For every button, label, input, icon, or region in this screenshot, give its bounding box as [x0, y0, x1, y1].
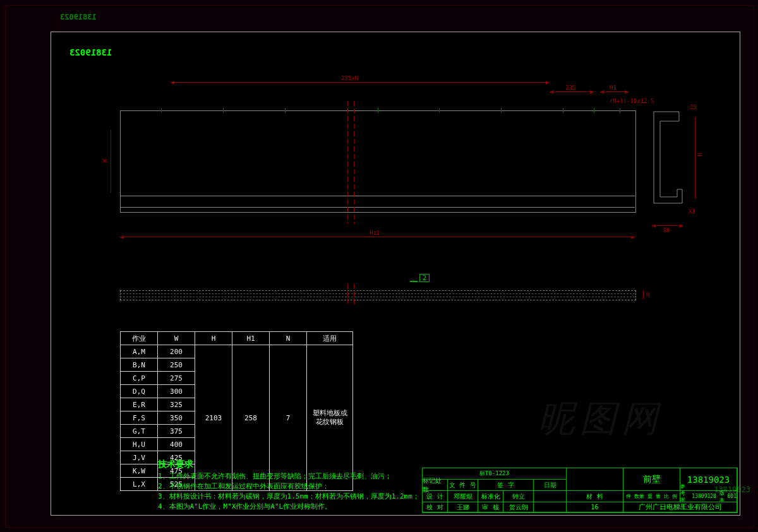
tb-spacer [566, 468, 623, 491]
tb-hdr-file: 文 件 号 [447, 479, 478, 491]
table-header-row: 作业 W H H1 N 适用 [121, 332, 353, 345]
th-apply: 适用 [307, 332, 353, 345]
dim-label-25: 25 [690, 104, 697, 110]
dim-hz1 [120, 237, 635, 238]
tb-hdr-date: 日期 [533, 479, 567, 491]
tb-qty: 件 数量 重 量 比 例 [623, 490, 680, 502]
dim-label-side-h: H [697, 153, 703, 156]
th-n: N [270, 332, 307, 345]
tb-des-lbl: 设 计 [422, 490, 448, 502]
tb-hdr-sign: 签 字 [478, 479, 534, 491]
tb-chk-lbl: 校 对 [422, 502, 448, 512]
side-profile [651, 109, 685, 215]
th-w: W [158, 332, 195, 345]
tech-item: 4、本图为A"L作业，M"X作业分别与A"L作业对称制作。 [158, 502, 419, 512]
dim-label-formula: (N+1)-10x12.5 [610, 98, 654, 104]
tb-aud-name: 贺云朗 [503, 502, 534, 512]
tb-empty [533, 490, 567, 502]
dim-235 [550, 92, 594, 93]
dim-label-h1: H1 [610, 85, 617, 91]
section-break-2 [354, 284, 354, 306]
dim-label-bar-h: H [646, 292, 649, 298]
tech-item: 1、工件外表面不允许有划伤、扭曲变形等缺陷；完工后须去尽毛刺、油污； [158, 471, 419, 482]
technical-requirements: 技术要求 1、工件外表面不允许有划伤、扭曲变形等缺陷；完工后须去尽毛刺、油污； … [158, 458, 419, 512]
dim-label-x1: X1 [689, 208, 695, 215]
drawing-number-corner: 13819023 [69, 47, 112, 57]
ghost-dwgnum-topleft: 13819023 [60, 13, 97, 21]
th-h1: H1 [232, 332, 270, 345]
dim-h1-top [600, 92, 629, 93]
tb-company: 广州广日电梯工业有限公司 [623, 502, 737, 512]
front-view-inner-lines [120, 196, 635, 208]
tb-fmt: 16 [566, 502, 623, 512]
tb-chk-name: 王娜 [447, 502, 478, 512]
dim-80 [652, 225, 683, 227]
section-bar-inner [120, 293, 635, 297]
tech-title: 技术要求 [158, 458, 419, 470]
dim-label-80: 80 [663, 227, 670, 233]
tech-item: 3、材料按设计书：材料若为碳钢，厚度为1.5mm；材料若为不锈钢，厚度为1.2m… [158, 492, 419, 502]
tb-des-name: 邓耀焜 [447, 490, 478, 502]
section-break-1 [347, 284, 348, 306]
dim-label-w: W [102, 159, 108, 162]
ghost-dwgnum-br: 13819023 [714, 485, 750, 494]
dim-bar-h [643, 290, 644, 299]
th-job: 作业 [121, 332, 158, 345]
tech-item: 2、不锈钢件在加工和发运过程中外表面应有胶纸保护； [158, 482, 419, 492]
dim-side-h [695, 117, 696, 199]
table-row: A,M200 2103 258 7 塑料地板或花纹钢板 [121, 345, 353, 358]
tb-empty2 [533, 502, 567, 512]
dim-label-hz1: Hz1 [370, 230, 380, 236]
tb-std-lbl: 标准化 [478, 490, 503, 502]
titleblock: 标T0-1223 前壁 13819023 标记处数 文 件 号 签 字 日期 设… [422, 468, 738, 513]
dim-w [111, 129, 112, 192]
tb-aud-lbl: 审 核 [478, 502, 503, 512]
tb-hdr-mark: 标记处数 [422, 479, 448, 491]
dim-label-235: 235 [565, 85, 575, 91]
top-tick-row [120, 110, 635, 111]
tb-partname: 前壁 [623, 468, 680, 491]
dim-label-235xN: 235xN [341, 75, 358, 81]
centerline-break-2 [354, 101, 354, 224]
th-h: H [195, 332, 232, 345]
tb-mat-lbl: 材 料 [566, 490, 623, 502]
balloon-2: ⎯⎯2 [410, 275, 430, 281]
dim-235xN [171, 82, 550, 83]
centerline-break-1 [347, 101, 348, 224]
tb-std-name: 钟立 [503, 490, 534, 502]
